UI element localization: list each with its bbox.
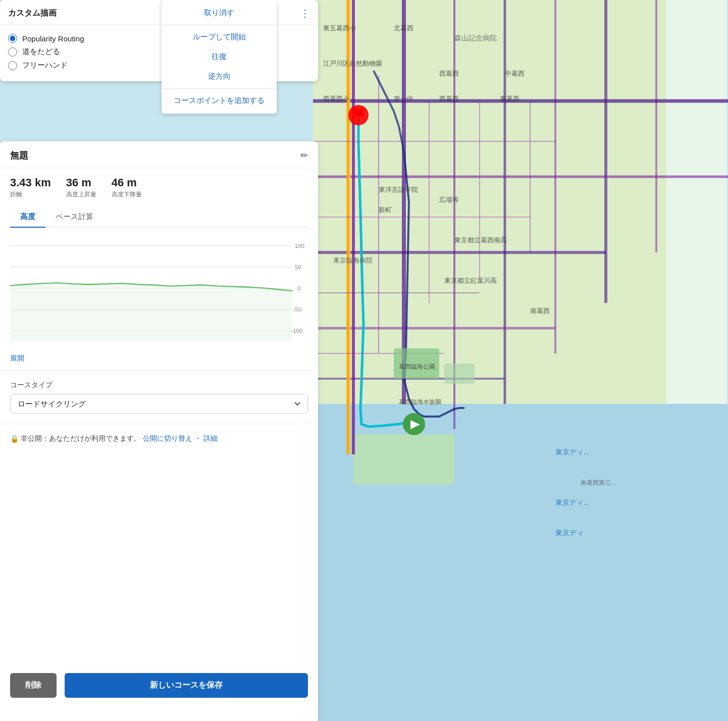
context-menu-divider-2 <box>162 88 277 89</box>
bottom-buttons: 削除 新しいコースを保存 <box>0 665 318 706</box>
left-panel: カスタム描画 ⋮ Popularity Routing 道をたどる フリーハンド… <box>0 0 318 721</box>
routing-label-freehand: フリーハンド <box>22 61 68 70</box>
svg-text:0: 0 <box>297 285 300 291</box>
svg-rect-53 <box>353 109 363 117</box>
delete-button[interactable]: 削除 <box>10 673 57 698</box>
course-panel: 無題 ✏ 3.43 km 距離 36 m 高度上昇量 46 m 高度下降量 高度… <box>0 141 318 721</box>
svg-text:西葛西: 西葛西 <box>439 95 459 102</box>
svg-text:西葛西: 西葛西 <box>439 70 459 77</box>
svg-text:100: 100 <box>295 243 304 249</box>
tabs-row: 高度 ペース計算 <box>10 207 308 228</box>
svg-text:50: 50 <box>295 264 301 270</box>
svg-text:東京ディ: 東京ディ <box>555 529 584 537</box>
context-menu-roundtrip[interactable]: 往復 <box>162 47 277 67</box>
chart-svg: 100 50 0 -50 -100 <box>10 233 308 344</box>
routing-label-road: 道をたどる <box>22 47 60 57</box>
context-menu: 取り消す ループして開始 往復 逆方向 コースポイントを追加する <box>162 0 277 114</box>
context-menu-add-point[interactable]: コースポイントを追加する <box>162 91 277 111</box>
course-title: 無題 <box>10 149 28 162</box>
svg-text:-100: -100 <box>291 328 302 334</box>
routing-radio-freehand[interactable] <box>8 61 17 70</box>
svg-text:東京ディ...: 東京ディ... <box>555 498 590 506</box>
svg-text:江戸川区自然動物園: 江戸川区自然動物園 <box>323 60 382 67</box>
stat-distance: 3.43 km 距離 <box>10 176 51 199</box>
svg-text:葛西臨海水族園: 葛西臨海水族園 <box>399 398 441 405</box>
stat-distance-value: 3.43 km <box>10 176 51 189</box>
svg-text:東五葛西小: 東五葛西小 <box>323 24 356 32</box>
stat-distance-label: 距離 <box>10 190 51 199</box>
stat-gain-label: 高度上昇量 <box>66 190 96 199</box>
stat-gain-value: 36 m <box>66 176 96 189</box>
tab-elevation[interactable]: 高度 <box>10 207 45 227</box>
elevation-chart: 100 50 0 -50 -100 <box>10 233 308 344</box>
course-type-label: コースタイプ <box>10 381 308 390</box>
svg-text:南葛西: 南葛西 <box>530 307 550 315</box>
svg-text:-50: -50 <box>293 306 302 313</box>
tab-pace[interactable]: ペース計算 <box>45 207 103 227</box>
svg-text:西葛西小: 西葛西小 <box>323 95 349 102</box>
context-menu-reverse[interactable]: 逆方向 <box>162 67 277 86</box>
svg-text:第一中: 第一中 <box>394 95 413 102</box>
course-header: 無題 ✏ <box>0 141 318 168</box>
lock-icon: 🔒 <box>10 435 19 443</box>
svg-text:東京ディ...: 東京ディ... <box>555 448 590 456</box>
stat-elevation-loss: 46 m 高度下降量 <box>112 176 142 199</box>
save-button[interactable]: 新しいコースを保存 <box>65 673 308 698</box>
context-menu-divider-1 <box>162 25 277 25</box>
context-menu-undo[interactable]: 取り消す <box>162 3 277 23</box>
svg-text:南葛西第三...: 南葛西第三... <box>581 479 616 486</box>
svg-text:森山記念病院: 森山記念病院 <box>454 34 497 42</box>
course-type-select[interactable]: ロードサイクリング マウンテンバイク ランニング ハイキング <box>10 394 308 414</box>
privacy-section: 🔒 非公開：あなただけが利用できます。 公開に切り替え ・ 詳細 <box>0 426 318 451</box>
svg-rect-28 <box>444 364 475 384</box>
svg-rect-4 <box>353 434 454 485</box>
section-divider <box>0 370 318 371</box>
stats-row: 3.43 km 距離 36 m 高度上昇量 46 m 高度下降量 <box>0 168 318 207</box>
routing-radio-popularity[interactable] <box>8 34 17 43</box>
routing-radio-road[interactable] <box>8 47 17 57</box>
stat-loss-label: 高度下降量 <box>112 190 142 199</box>
stat-elevation-gain: 36 m 高度上昇量 <box>66 176 96 199</box>
svg-text:広場等: 広場等 <box>439 196 459 203</box>
routing-label-popularity: Popularity Routing <box>22 34 84 43</box>
svg-text:北葛西: 北葛西 <box>394 24 413 32</box>
svg-text:中葛西: 中葛西 <box>505 70 525 77</box>
stat-loss-value: 46 m <box>112 176 142 189</box>
svg-text:新町: 新町 <box>379 206 392 214</box>
privacy-text: 非公開：あなただけが利用できます。 <box>21 434 141 443</box>
svg-text:東洋言語学院: 東洋言語学院 <box>379 186 418 193</box>
edit-icon[interactable]: ✏ <box>300 150 308 161</box>
context-menu-loop[interactable]: ループして開始 <box>162 27 277 47</box>
routing-menu-title: カスタム描画 <box>8 8 57 19</box>
svg-text:東葛西: 東葛西 <box>500 95 519 102</box>
privacy-detail-link[interactable]: 詳細 <box>203 434 218 443</box>
privacy-switch-link[interactable]: 公開に切り替え <box>143 434 192 443</box>
expand-link[interactable]: 展開 <box>0 349 318 368</box>
svg-text:東京都立紅葉川高: 東京都立紅葉川高 <box>444 277 497 284</box>
more-options-icon[interactable]: ⋮ <box>300 7 310 19</box>
svg-text:葛西臨海公園: 葛西臨海公園 <box>399 363 435 370</box>
privacy-divider <box>0 424 318 424</box>
course-type-section: コースタイプ ロードサイクリング マウンテンバイク ランニング ハイキング <box>0 373 318 422</box>
svg-text:東京都立葛西南高: 東京都立葛西南高 <box>454 236 507 244</box>
privacy-separator: ・ <box>194 434 201 443</box>
svg-text:東京臨海病院: 東京臨海病院 <box>333 256 373 264</box>
